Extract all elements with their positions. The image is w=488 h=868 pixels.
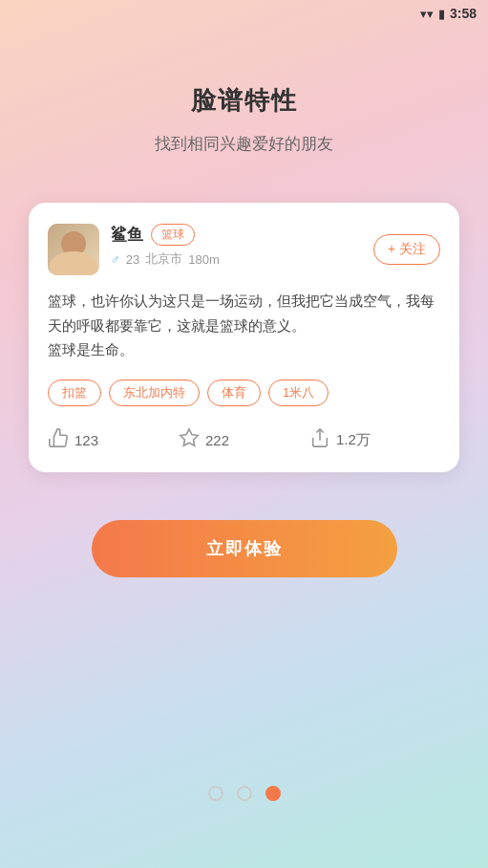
tag-item: 1米八 [268, 380, 329, 406]
card-bio: 篮球，也许你认为这只是一场运动，但我把它当成空气，我每天的呼吸都要靠它，这就是篮… [48, 289, 440, 362]
status-time: 3:58 [450, 6, 477, 21]
user-meta: ♂ 23 北京市 180m [111, 250, 373, 268]
card-user-info: 鲨鱼 篮球 ♂ 23 北京市 180m [99, 224, 373, 268]
avatar [48, 224, 99, 275]
card-stats: 123 222 1.2万 [48, 423, 440, 453]
page-title: 脸谱特性 [191, 84, 298, 118]
main-content: 脸谱特性 找到相同兴趣爱好的朋友 鲨鱼 篮球 ♂ 23 [0, 27, 488, 868]
likes-count: 123 [74, 432, 98, 448]
card-tags: 扣篮 东北加内特 体育 1米八 [48, 380, 440, 406]
gender-icon: ♂ [111, 252, 120, 267]
battery-icon: ▮ [438, 7, 445, 21]
pagination-dots [208, 786, 281, 830]
user-distance: 180m [188, 252, 220, 267]
dot-2[interactable] [237, 786, 252, 801]
stat-stars: 222 [179, 427, 309, 453]
stars-count: 222 [205, 432, 229, 448]
status-icons: ▾▾ ▮ 3:58 [420, 6, 477, 21]
stat-likes: 123 [48, 427, 179, 453]
follow-button[interactable]: + 关注 [373, 234, 440, 265]
star-icon [179, 427, 200, 453]
tag-item: 东北加内特 [109, 380, 200, 406]
tag-item: 扣篮 [48, 380, 101, 406]
wifi-icon: ▾▾ [420, 7, 434, 21]
dot-1[interactable] [208, 786, 223, 801]
svg-marker-0 [180, 428, 198, 445]
interest-badge: 篮球 [151, 224, 195, 246]
user-name: 鲨鱼 [111, 224, 143, 246]
card-header: 鲨鱼 篮球 ♂ 23 北京市 180m + 关注 [48, 224, 440, 275]
user-city: 北京市 [145, 250, 182, 268]
user-name-row: 鲨鱼 篮球 [111, 224, 373, 246]
user-age: 23 [126, 252, 139, 267]
dot-3-active[interactable] [265, 786, 281, 801]
tag-item: 体育 [207, 380, 261, 406]
avatar-inner [48, 224, 99, 275]
cta-button[interactable]: 立即体验 [92, 520, 397, 577]
page-subtitle: 找到相同兴趣爱好的朋友 [155, 133, 333, 155]
profile-card: 鲨鱼 篮球 ♂ 23 北京市 180m + 关注 篮球，也许你认为这只是一场运动… [29, 203, 459, 472]
avatar-body [50, 251, 97, 275]
like-icon [48, 427, 69, 453]
status-bar: ▾▾ ▮ 3:58 [0, 0, 488, 27]
stat-shares: 1.2万 [309, 427, 440, 453]
shares-count: 1.2万 [336, 431, 371, 449]
share-icon [309, 427, 330, 453]
